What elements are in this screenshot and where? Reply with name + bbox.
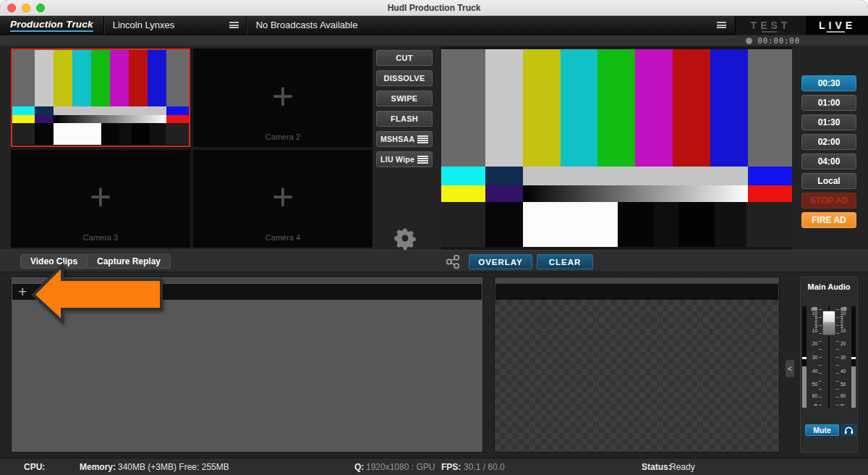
- fire-ad-button[interactable]: FIRE AD: [801, 212, 856, 228]
- dissolve-button[interactable]: DISSOLVE: [376, 70, 433, 86]
- stop-ad-button[interactable]: STOP AD: [801, 193, 856, 209]
- status-value: Ready: [670, 462, 695, 472]
- clear-button[interactable]: CLEAR: [537, 254, 593, 269]
- audio-meters: dB10 50 510 2030 4050 60∞ dB10 50 510 20…: [802, 306, 856, 408]
- quality-label: Q:: [354, 462, 364, 472]
- headphones-icon: [844, 426, 854, 434]
- camera-preview-grid: + Camera 2 + Camera 3 + Camera 4: [11, 49, 373, 248]
- brand-label: Production Truck: [10, 19, 93, 32]
- broadcast-timer: 00:00:00: [757, 36, 800, 45]
- status-label: Status:: [642, 462, 671, 472]
- window-title: Hudl Production Truck: [388, 3, 481, 13]
- team-menu-icon[interactable]: [229, 22, 239, 28]
- test-mode-button[interactable]: TEST: [735, 16, 806, 35]
- team-name: Lincoln Lynxes: [113, 20, 175, 30]
- clips-toolbar: Video Clips Capture Replay OVERLAY CLEAR: [0, 250, 868, 272]
- headphones-button[interactable]: [841, 424, 856, 436]
- quality-value: 1920x1080 : GPU: [366, 462, 435, 472]
- camera-2-preview[interactable]: + Camera 2: [193, 49, 373, 147]
- memory-value: 340MB (+3MB) Free: 255MB: [118, 462, 229, 472]
- wipe-options-icon[interactable]: [417, 135, 428, 143]
- video-clips-panel: +: [11, 277, 483, 453]
- add-source-icon: +: [272, 178, 294, 216]
- clips-panel-scrollbar[interactable]: [12, 278, 482, 283]
- ad-duration-04-00-button[interactable]: 04:00: [801, 154, 856, 169]
- ad-duration-local-button[interactable]: Local: [801, 173, 856, 189]
- mshsaa-wipe-label: MSHSAA: [380, 135, 414, 143]
- collapse-audio-button[interactable]: <: [786, 360, 794, 377]
- fps-value: 30.1 / 60.0: [464, 462, 505, 472]
- team-selector[interactable]: Lincoln Lynxes: [104, 16, 246, 34]
- liu-wipe-button[interactable]: LIU Wipe: [376, 151, 433, 167]
- mshsaa-wipe-button[interactable]: MSHSAA: [376, 131, 433, 147]
- swipe-button[interactable]: SWIPE: [376, 91, 433, 106]
- vu-meter-left: [802, 306, 807, 408]
- zoom-window-button[interactable]: [36, 4, 45, 12]
- app-window: Hudl Production Truck Production Truck L…: [0, 0, 868, 475]
- fader-ticks-left: [819, 309, 822, 406]
- fader-ticks-right: [836, 309, 839, 406]
- memory-label: Memory:: [80, 462, 116, 472]
- close-window-button[interactable]: [7, 4, 16, 12]
- gear-icon: [393, 227, 417, 250]
- mute-button[interactable]: Mute: [805, 424, 839, 436]
- overlay-panel-scrollbar[interactable]: [495, 278, 778, 283]
- add-source-icon: +: [90, 178, 111, 216]
- live-mode-button[interactable]: LIVE: [806, 16, 868, 35]
- nav-menu[interactable]: [717, 16, 735, 34]
- cpu-label: CPU:: [24, 462, 45, 472]
- camera-1-preview[interactable]: [11, 49, 190, 147]
- titlebar: Hudl Production Truck: [0, 0, 868, 16]
- minimize-window-button[interactable]: [22, 4, 30, 12]
- audio-panel-title: Main Audio: [801, 282, 857, 291]
- main-audio-panel: Main Audio dB10 50 510 2030 4050 60∞ dB1…: [800, 277, 858, 453]
- broadcast-status: No Broadcasts Available: [256, 20, 358, 30]
- settings-gear-button[interactable]: [393, 227, 417, 250]
- app-nav: Production Truck Lincoln Lynxes No Broad…: [0, 16, 868, 35]
- broadcast-timer-bar: 00:00:00: [0, 35, 868, 46]
- tab-video-clips[interactable]: Video Clips: [20, 254, 88, 269]
- overlay-share-button[interactable]: [445, 253, 461, 273]
- transition-controls: CUT DISSOLVE SWIPE FLASH MSHSAA LIU Wipe: [376, 50, 433, 172]
- camera-4-label: Camera 4: [193, 233, 373, 242]
- add-source-icon: +: [272, 77, 294, 115]
- smpte-color-bars: [441, 49, 792, 248]
- liu-wipe-label: LIU Wipe: [380, 155, 414, 164]
- smpte-color-bars: [12, 50, 189, 146]
- camera-3-preview[interactable]: + Camera 3: [11, 150, 190, 248]
- vu-meter-right: [851, 306, 856, 408]
- overlay-preview-panel: [494, 277, 780, 453]
- settings-menu-icon[interactable]: [717, 22, 726, 28]
- db-scale-right: dB10 50 510 2030 4050 60∞: [841, 306, 850, 408]
- volume-fader[interactable]: [823, 306, 835, 408]
- ad-duration-01-30-button[interactable]: 01:30: [801, 114, 856, 130]
- fps-label: FPS:: [441, 462, 461, 472]
- ad-duration-00-30-button[interactable]: 00:30: [801, 75, 856, 91]
- program-monitor: [441, 46, 792, 250]
- camera-2-label: Camera 2: [193, 133, 373, 141]
- broadcast-selector[interactable]: No Broadcasts Available: [247, 16, 717, 34]
- db-scale-left: dB10 50 510 2030 4050 60∞: [808, 306, 817, 408]
- overlay-button[interactable]: OVERLAY: [469, 254, 532, 269]
- flash-button[interactable]: FLASH: [376, 111, 433, 127]
- share-nodes-icon: [445, 253, 461, 270]
- fader-knob[interactable]: [822, 311, 835, 335]
- ad-controls: 00:30 01:00 01:30 02:00 04:00 Local STOP…: [801, 75, 856, 232]
- overlay-panel-header: [495, 284, 778, 300]
- clips-panel-header: +: [12, 284, 482, 300]
- camera-4-preview[interactable]: + Camera 4: [193, 150, 373, 248]
- ad-duration-01-00-button[interactable]: 01:00: [801, 95, 856, 111]
- camera-3-label: Camera 3: [11, 233, 190, 242]
- wipe-options-icon[interactable]: [417, 156, 428, 164]
- tab-capture-replay[interactable]: Capture Replay: [87, 254, 171, 269]
- record-indicator-icon: [746, 38, 752, 44]
- add-clip-button[interactable]: +: [12, 285, 27, 299]
- cut-button[interactable]: CUT: [376, 50, 433, 66]
- ad-duration-02-00-button[interactable]: 02:00: [801, 134, 856, 150]
- status-bar: CPU: Memory: 340MB (+3MB) Free: 255MB Q:…: [0, 458, 868, 475]
- brand-logo: Production Truck: [0, 16, 103, 34]
